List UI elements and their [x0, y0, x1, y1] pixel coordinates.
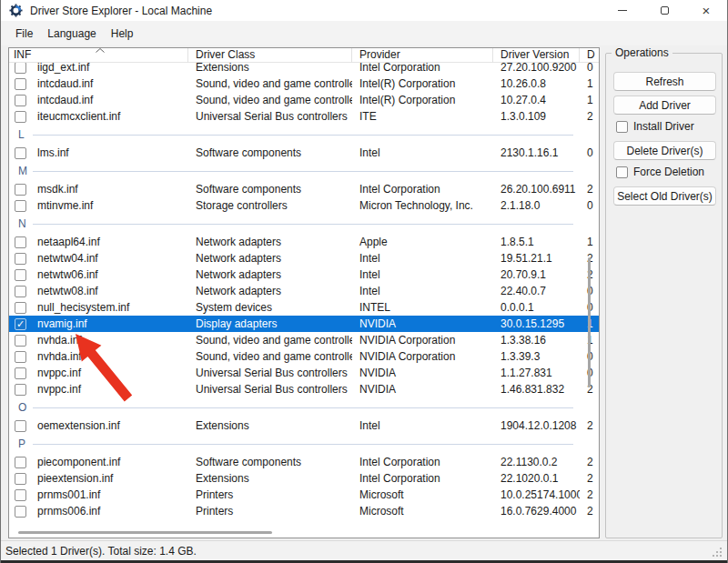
- cell-driver-version: 1.3.38.16: [493, 334, 580, 347]
- vertical-scrollbar-thumb[interactable]: [588, 257, 591, 387]
- table-row[interactable]: prnms001.inf Printers Microsoft 10.0.251…: [9, 487, 599, 503]
- cell-inf: nvhda.inf: [9, 350, 188, 363]
- driver-table: INF Driver Class Provider Driver Version…: [8, 47, 600, 538]
- table-row[interactable]: netwtw08.inf Network adapters Intel 22.4…: [9, 283, 599, 299]
- inf-name: null_hecisystem.inf: [26, 301, 129, 314]
- cell-driver-class: Universal Serial Bus controllers: [188, 383, 352, 396]
- table-row[interactable]: netwtw04.inf Network adapters Intel 19.5…: [9, 250, 599, 266]
- row-checkbox[interactable]: [15, 78, 26, 90]
- table-row[interactable]: null_hecisystem.inf System devices INTEL…: [9, 299, 599, 316]
- menu-help[interactable]: Help: [104, 24, 141, 44]
- cell-provider: Microsoft: [352, 488, 493, 501]
- row-checkbox[interactable]: [15, 147, 26, 159]
- table-row[interactable]: msdk.inf Software components Intel Corpo…: [9, 181, 599, 197]
- force-deletion-checkbox[interactable]: Force Deletion: [616, 166, 704, 178]
- row-checkbox[interactable]: [15, 200, 26, 212]
- table-row[interactable]: intcdaud.inf Sound, video and game contr…: [9, 92, 599, 108]
- row-checkbox[interactable]: [15, 367, 26, 379]
- row-checkbox[interactable]: [15, 384, 26, 396]
- status-text: Selected 1 Driver(s). Total size: 1.4 GB…: [5, 545, 197, 558]
- column-header-inf[interactable]: INF: [9, 48, 188, 63]
- cell-provider: Intel Corporation: [352, 183, 493, 196]
- row-checkbox[interactable]: [15, 473, 26, 485]
- table-row[interactable]: iigd_ext.inf Extensions Intel Corporatio…: [9, 63, 599, 75]
- cell-driver-class: Software components: [188, 456, 352, 468]
- add-driver-button[interactable]: Add Driver: [613, 96, 716, 115]
- delete-drivers-button[interactable]: Delete Driver(s): [613, 141, 716, 160]
- table-row[interactable]: intcdaud.inf Sound, video and game contr…: [9, 75, 599, 92]
- row-checkbox[interactable]: [15, 420, 26, 432]
- row-checkbox[interactable]: [15, 184, 26, 196]
- row-checkbox[interactable]: [15, 286, 26, 297]
- close-button[interactable]: ×: [685, 0, 727, 21]
- install-driver-checkbox[interactable]: Install Driver: [616, 120, 694, 133]
- table-header: INF Driver Class Provider Driver Version…: [9, 48, 599, 63]
- refresh-button[interactable]: Refresh: [613, 72, 716, 91]
- sort-ascending-icon: [96, 48, 105, 53]
- table-row[interactable]: netwtw06.inf Network adapters Intel 20.7…: [9, 266, 599, 283]
- maximize-button[interactable]: [643, 0, 685, 21]
- table-row[interactable]: piecomponent.inf Software components Int…: [9, 454, 599, 470]
- cell-driver-class: Extensions: [188, 472, 352, 485]
- driver-list: iigd_ext.inf Extensions Intel Corporatio…: [9, 63, 599, 538]
- table-row[interactable]: prnms006.inf Printers Microsoft 16.0.762…: [9, 503, 599, 519]
- table-row[interactable]: lms.inf Software components Intel 2130.1…: [9, 145, 599, 161]
- table-row[interactable]: oemextension.inf Extensions Intel 1904.1…: [9, 417, 599, 434]
- table-row[interactable]: nvhda.inf Sound, video and game controll…: [9, 348, 599, 365]
- horizontal-scrollbar-thumb[interactable]: [18, 531, 272, 534]
- row-checkbox[interactable]: [15, 489, 26, 501]
- inf-name: msdk.inf: [26, 183, 78, 196]
- cell-driver-class: Software components: [188, 183, 352, 196]
- cell-inf: netwtw06.inf: [9, 268, 188, 281]
- cell-driver-class: Sound, video and game controllers: [188, 334, 352, 347]
- cell-provider: NVIDIA Corporation: [352, 334, 493, 347]
- table-row[interactable]: mtinvme.inf Storage controllers Micron T…: [9, 197, 599, 214]
- column-header-date[interactable]: D: [580, 48, 599, 63]
- table-row[interactable]: nvppc.inf Universal Serial Bus controlle…: [9, 381, 599, 397]
- row-checkbox[interactable]: [15, 506, 26, 518]
- cell-provider: NVIDIA: [352, 383, 493, 396]
- row-checkbox[interactable]: [15, 269, 26, 281]
- table-row[interactable]: nvppc.inf Universal Serial Bus controlle…: [9, 365, 599, 381]
- row-checkbox[interactable]: [15, 111, 26, 123]
- row-checkbox[interactable]: [15, 335, 26, 347]
- menu-bar: File Language Help: [1, 21, 727, 45]
- table-row[interactable]: iteucmcxclient.inf Universal Serial Bus …: [9, 108, 599, 125]
- column-header-driver-version[interactable]: Driver Version: [493, 48, 580, 63]
- row-checkbox[interactable]: [15, 457, 26, 468]
- cell-inf: intcdaud.inf: [9, 77, 188, 90]
- select-old-drivers-button[interactable]: Select Old Driver(s): [613, 186, 716, 206]
- cell-date: 2: [580, 488, 599, 501]
- cell-provider: NVIDIA: [352, 367, 493, 379]
- operations-title: Operations: [612, 46, 672, 59]
- cell-date: 2: [580, 183, 599, 196]
- table-row[interactable]: nvhda.inf Sound, video and game controll…: [9, 332, 599, 348]
- column-header-provider[interactable]: Provider: [352, 48, 493, 63]
- cell-driver-version: 1.1.27.831: [493, 367, 580, 379]
- cell-provider: Intel: [352, 252, 493, 265]
- inf-name: prnms006.inf: [26, 505, 100, 518]
- cell-inf: nvppc.inf: [9, 383, 188, 396]
- row-checkbox[interactable]: [15, 63, 26, 74]
- cell-inf: iigd_ext.inf: [9, 63, 188, 74]
- cell-inf: piecomponent.inf: [9, 456, 188, 468]
- menu-file[interactable]: File: [8, 24, 40, 44]
- table-row[interactable]: pieextension.inf Extensions Intel Corpor…: [9, 470, 599, 487]
- row-checkbox[interactable]: [15, 95, 26, 106]
- row-checkbox[interactable]: [15, 253, 26, 265]
- row-checkbox[interactable]: [15, 236, 26, 248]
- group-letter: N: [18, 217, 26, 230]
- column-header-driver-class[interactable]: Driver Class: [188, 48, 352, 63]
- menu-language[interactable]: Language: [40, 24, 103, 44]
- group-header: M: [9, 161, 599, 181]
- row-checkbox[interactable]: [15, 302, 26, 314]
- cell-inf: lms.inf: [9, 146, 188, 159]
- resize-grip[interactable]: [711, 546, 723, 558]
- minimize-button[interactable]: [602, 0, 643, 21]
- status-bar: Selected 1 Driver(s). Total size: 1.4 GB…: [1, 540, 727, 560]
- row-checkbox[interactable]: [15, 351, 26, 363]
- cell-inf: netaapl64.inf: [9, 236, 188, 248]
- row-checkbox[interactable]: [15, 318, 26, 330]
- table-row[interactable]: netaapl64.inf Network adapters Apple 1.8…: [9, 234, 599, 250]
- table-row[interactable]: nvamig.inf Display adapters NVIDIA 30.0.…: [9, 316, 599, 332]
